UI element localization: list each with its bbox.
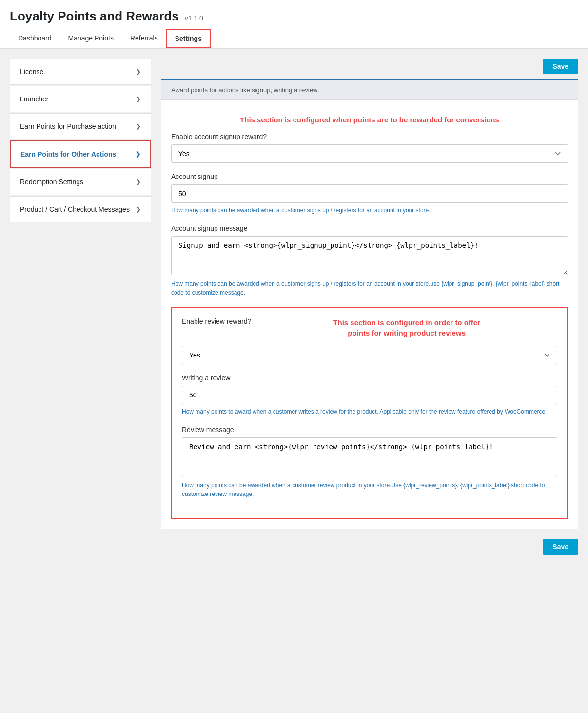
sidebar-label-license: License	[20, 68, 43, 76]
sidebar-label-product-cart: Product / Cart / Checkout Messages	[20, 205, 130, 213]
tab-dashboard[interactable]: Dashboard	[10, 29, 60, 48]
enable-signup-select[interactable]: Yes No	[171, 144, 568, 163]
save-button-bottom[interactable]: Save	[543, 539, 578, 555]
signup-message-textarea[interactable]: Signup and earn <strong>{wlpr_signup_poi…	[171, 236, 568, 275]
section-body: This section is configured when points a…	[161, 100, 578, 529]
main-content: License ❯ Launcher ❯ Earn Points for Pur…	[0, 49, 588, 569]
enable-review-select[interactable]: Yes No	[182, 346, 557, 364]
main-section-card: Award points for actions like signup, wr…	[161, 79, 578, 529]
enable-signup-label: Enable account signup reward?	[171, 133, 568, 140]
save-bar-bottom: Save	[161, 539, 578, 555]
tab-referrals[interactable]: Referrals	[122, 29, 166, 48]
sidebar-item-earn-purchase[interactable]: Earn Points for Purchase action ❯	[10, 113, 151, 139]
chevron-icon-redemption: ❯	[136, 178, 141, 185]
signup-points-field: Account signup How many points can be aw…	[171, 173, 568, 215]
chevron-icon-earn-other: ❯	[136, 151, 140, 158]
signup-message-label: Account signup message	[171, 224, 568, 232]
signup-message-field: Account signup message Signup and earn <…	[171, 224, 568, 297]
sidebar-item-redemption[interactable]: Redemption Settings ❯	[10, 169, 151, 195]
sidebar-label-launcher: Launcher	[20, 95, 48, 103]
sidebar: License ❯ Launcher ❯ Earn Points for Pur…	[10, 59, 151, 559]
review-section: Enable review reward? This section is co…	[171, 307, 568, 519]
save-button-top[interactable]: Save	[543, 59, 578, 74]
signup-callout-text: This section is configured when points a…	[240, 116, 499, 124]
sidebar-label-earn-purchase: Earn Points for Purchase action	[20, 122, 116, 130]
tab-settings[interactable]: Settings	[166, 29, 211, 48]
chevron-icon-product-cart: ❯	[136, 206, 141, 213]
sidebar-item-earn-other[interactable]: Earn Points for Other Actions ❯	[10, 140, 151, 168]
tab-manage-points[interactable]: Manage Points	[60, 29, 122, 48]
sidebar-item-license[interactable]: License ❯	[10, 59, 151, 85]
review-callout-line2: points for writing product reviews	[348, 329, 466, 337]
review-points-hint: How many points to award when a customer…	[182, 407, 557, 416]
signup-points-hint: How many points can be awarded when a cu…	[171, 206, 568, 215]
sidebar-label-earn-other: Earn Points for Other Actions	[20, 150, 116, 158]
sidebar-item-launcher[interactable]: Launcher ❯	[10, 86, 151, 112]
app-title: Loyalty Points and Rewards v1.1.0	[10, 0, 578, 24]
signup-points-input[interactable]	[171, 184, 568, 203]
chevron-icon-license: ❯	[136, 68, 141, 75]
enable-review-label: Enable review reward?	[182, 317, 251, 325]
review-points-input[interactable]	[182, 386, 557, 404]
app-name: Loyalty Points and Rewards	[10, 9, 179, 23]
sidebar-label-redemption: Redemption Settings	[20, 178, 83, 186]
app-version: v1.1.0	[185, 14, 203, 22]
chevron-icon-launcher: ❯	[136, 96, 141, 102]
save-bar-top: Save	[161, 59, 578, 74]
signup-message-hint: How many points can be awarded when a cu…	[171, 279, 568, 297]
review-message-field: Review message Review and earn <strong>{…	[182, 426, 557, 498]
review-callout: This section is configured in order to o…	[256, 317, 557, 338]
enable-review-field: Yes No	[182, 346, 557, 364]
review-message-hint: How many points can be awarded when a cu…	[182, 481, 557, 498]
chevron-icon-earn-purchase: ❯	[136, 123, 141, 130]
sidebar-item-product-cart[interactable]: Product / Cart / Checkout Messages ❯	[10, 196, 151, 222]
review-points-field: Writing a review How many points to awar…	[182, 374, 557, 416]
review-message-textarea[interactable]: Review and earn <strong>{wlpr_review_poi…	[182, 437, 557, 476]
content-area: Save Award points for actions like signu…	[161, 59, 578, 559]
signup-points-label: Account signup	[171, 173, 568, 180]
review-callout-line1: This section is configured in order to o…	[333, 318, 480, 327]
top-bar: Loyalty Points and Rewards v1.1.0 Dashbo…	[0, 0, 588, 49]
signup-callout: This section is configured when points a…	[171, 115, 568, 125]
page-wrapper: Loyalty Points and Rewards v1.1.0 Dashbo…	[0, 0, 588, 713]
enable-signup-field: Enable account signup reward? Yes No	[171, 133, 568, 163]
review-points-label: Writing a review	[182, 374, 557, 382]
section-header: Award points for actions like signup, wr…	[161, 80, 578, 100]
review-message-label: Review message	[182, 426, 557, 434]
nav-tabs: Dashboard Manage Points Referrals Settin…	[10, 24, 578, 48]
